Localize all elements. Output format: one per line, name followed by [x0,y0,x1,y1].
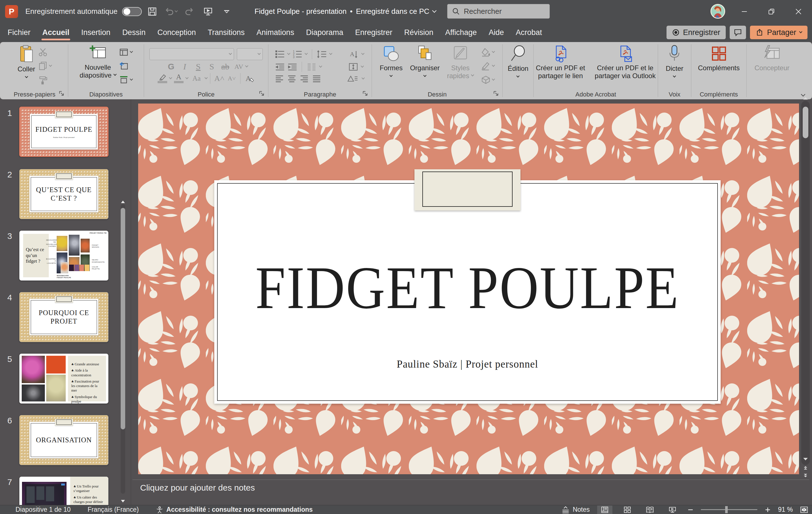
tab-enregistrer[interactable]: Enregistrer [349,23,398,42]
view-slide-sorter-button[interactable] [620,506,635,514]
align-left-icon[interactable] [275,75,284,83]
thumbnail-slide-5[interactable]: ♣Grande anxieuse ♣Aide à la concentratio… [19,353,109,404]
view-normal-button[interactable] [597,506,612,514]
quick-styles-button[interactable]: Styles rapides [447,45,474,80]
strikethrough-button[interactable]: ab [219,62,232,71]
thumbnail-slide-1[interactable]: FIDGET POULPE Pauline Sbaïz | Projet per… [19,107,109,157]
slide-title-card[interactable]: FIDGET POULPE Pauline Sbaïz | Projet per… [214,180,721,404]
fit-to-window-button[interactable] [800,506,808,513]
language-indicator[interactable]: Français (France) [88,506,139,513]
shape-fill-button[interactable] [481,46,495,58]
thumbnail-slide-3[interactable]: Qu’est ce qu’un fidget ? Découvrir de no… [19,231,109,281]
bold-button[interactable]: G [164,62,178,71]
slide-title-text[interactable]: FIDGET POULPE [214,253,721,323]
view-reading-button[interactable] [642,506,658,514]
character-spacing-button[interactable]: AV [232,63,245,71]
notes-toggle-button[interactable]: Notes [561,506,589,513]
powerpoint-logo[interactable]: P [5,5,18,18]
decrease-font-button[interactable]: A˅ [226,75,237,82]
new-slide-button[interactable]: Nouvelle diapositive [80,45,116,79]
font-color-button[interactable]: A [172,74,185,83]
shapes-button[interactable]: Formes [380,45,403,77]
shape-outline-button[interactable] [481,60,495,72]
copy-button[interactable] [38,60,52,72]
tab-revision[interactable]: Révision [398,23,439,42]
notes-placeholder[interactable]: Cliquez pour ajouter des notes [140,483,255,492]
smartart-icon[interactable] [347,75,358,83]
document-title[interactable]: Fidget Poulpe - présentation • Enregistr… [255,7,436,16]
thumbnail-slide-4[interactable]: POURQUOI CE PROJET [19,292,109,342]
dictate-button[interactable]: Dicter [666,45,684,77]
align-center-icon[interactable] [288,75,296,83]
italic-button[interactable]: I [178,62,192,71]
increase-font-button[interactable]: A˄ [213,74,226,83]
arrange-button[interactable]: Organiser [410,45,439,77]
drawing-dialog-launcher[interactable] [493,90,500,97]
tab-fichier[interactable]: Fichier [2,23,36,42]
zoom-slider-thumb[interactable] [725,506,728,513]
increase-indent-icon[interactable] [288,63,297,71]
clear-formatting-button[interactable]: A [243,74,256,83]
columns-icon[interactable] [307,63,317,71]
decrease-indent-icon[interactable] [275,63,285,71]
align-right-icon[interactable] [300,75,309,83]
underline-button[interactable]: S [192,62,205,71]
record-button[interactable]: Enregistrer [667,26,726,39]
font-size-combo[interactable] [237,48,263,60]
zoom-out-button[interactable] [687,507,694,513]
font-dialog-launcher[interactable] [259,90,265,97]
canvas-scrollbar-thumb[interactable] [803,107,808,138]
text-direction-icon[interactable]: A [349,50,359,58]
bullets-icon[interactable] [275,50,285,58]
tab-acrobat[interactable]: Acrobat [510,23,548,42]
thumbnail-slide-2[interactable]: QU’EST CE QUE C’EST ? [19,169,109,219]
designer-button[interactable]: Concepteur [754,45,789,72]
slide-subtitle-text[interactable]: Pauline Sbaïz | Projet personnel [214,358,721,370]
accessibility-status[interactable]: Accessibilité : consultez nos recommanda… [156,506,313,513]
next-slide-button[interactable] [803,474,809,478]
start-presentation-button[interactable] [200,3,216,20]
slide-layout-button[interactable] [119,46,133,58]
justify-icon[interactable] [312,75,321,83]
addins-button[interactable]: Compléments [698,45,740,72]
previous-slide-button[interactable] [803,465,809,470]
comments-button[interactable] [730,26,746,39]
redo-button[interactable] [181,3,198,20]
slide-indicator[interactable]: Diapositive 1 de 10 [16,506,71,513]
canvas-scroll-down-arrow[interactable] [803,457,809,462]
tab-animations[interactable]: Animations [251,23,300,42]
tab-transitions[interactable]: Transitions [202,23,251,42]
undo-button[interactable] [163,3,179,20]
minimize-button[interactable] [735,0,753,23]
slide-canvas[interactable]: FIDGET POULPE Pauline Sbaïz | Projet per… [138,104,799,474]
cut-button[interactable] [38,46,52,58]
highlight-color-button[interactable] [156,74,169,83]
thumb-scrollbar-thumb[interactable] [121,208,125,429]
reset-slide-button[interactable] [119,60,133,72]
search-input[interactable]: Rechercher [447,4,550,19]
format-painter-button[interactable] [38,74,52,86]
numbering-icon[interactable]: 123 [293,50,302,58]
zoom-level[interactable]: 91 % [778,506,793,513]
align-text-icon[interactable] [348,63,358,71]
autosave-toggle[interactable] [122,7,142,16]
thumbnail-slide-6[interactable]: ORGANISATION [19,415,109,465]
canvas-scrollbar-track[interactable] [801,101,810,465]
shape-effects-button[interactable] [481,74,495,86]
create-pdf-link-button[interactable]: Créer un PDF et partager le lien [536,45,585,80]
quick-access-toolbar-button[interactable] [219,3,235,20]
tab-dessin[interactable]: Dessin [116,23,152,42]
paragraph-dialog-launcher[interactable] [362,90,369,97]
tab-accueil[interactable]: Accueil [36,23,75,42]
account-avatar[interactable] [710,4,725,19]
zoom-in-button[interactable] [765,507,771,513]
restore-button[interactable] [762,0,780,23]
share-button[interactable]: Partager [750,26,808,39]
tab-conception[interactable]: Conception [151,23,202,42]
tab-insertion[interactable]: Insertion [75,23,116,42]
text-shadow-button[interactable]: S [205,62,219,71]
line-spacing-icon[interactable] [317,50,327,58]
thumb-scroll-down-arrow[interactable] [120,499,125,503]
create-pdf-outlook-button[interactable]: Créer un PDF et le partager via Outlook [594,45,656,80]
tab-affichage[interactable]: Affichage [439,23,483,42]
